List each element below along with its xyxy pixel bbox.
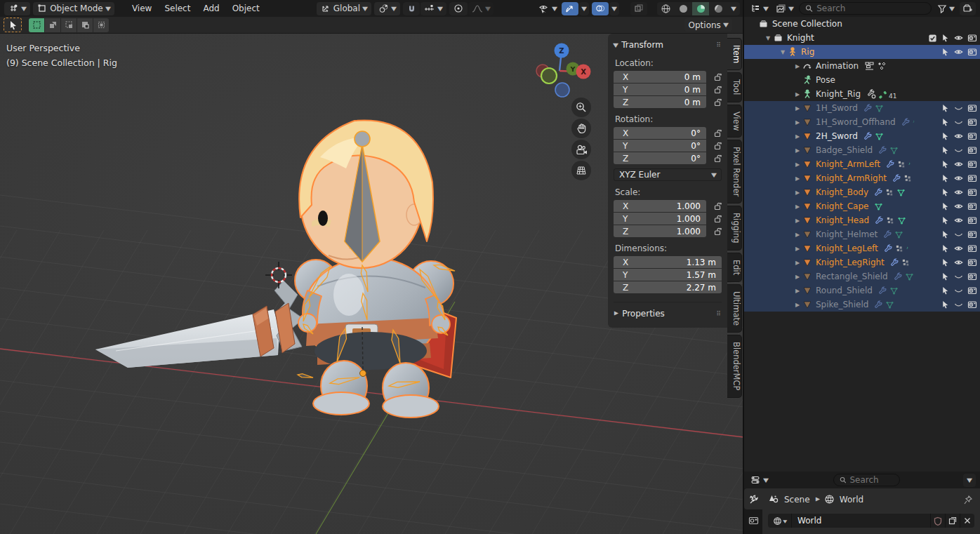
lock-toggle[interactable] bbox=[706, 129, 722, 138]
selectable-toggle[interactable] bbox=[941, 131, 950, 141]
expand-chevron-icon[interactable]: ▶ bbox=[793, 133, 802, 140]
hide-render-toggle[interactable] bbox=[967, 173, 977, 183]
world-browse-button[interactable]: ▼ bbox=[768, 514, 792, 528]
outliner-row-rig[interactable]: ▼Rig bbox=[744, 45, 980, 59]
snap-settings-dropdown[interactable]: ▼ bbox=[421, 2, 446, 15]
gizmos-dropdown[interactable]: ▼ bbox=[579, 2, 589, 15]
outliner-row-knight-rig[interactable]: ▶Knight_Rig41 bbox=[744, 87, 980, 101]
shading-rendered-button[interactable] bbox=[710, 2, 727, 15]
expand-chevron-icon[interactable]: ▶ bbox=[793, 189, 802, 196]
selectable-toggle[interactable] bbox=[941, 243, 950, 253]
selectable-toggle[interactable] bbox=[941, 117, 950, 127]
rotation-x-field[interactable]: X0° bbox=[614, 127, 706, 139]
outliner-display-mode-button[interactable]: ▼ bbox=[774, 2, 795, 15]
hide-render-toggle[interactable] bbox=[967, 117, 977, 127]
scale-z-field[interactable]: Z1.000 bbox=[614, 225, 706, 237]
selectable-toggle[interactable] bbox=[941, 229, 950, 239]
object-name[interactable]: Knight_Rig bbox=[816, 89, 861, 99]
properties-panel-collapsed[interactable]: ▼ Properties ⠿ bbox=[614, 302, 722, 319]
object-name[interactable]: Rig bbox=[801, 47, 814, 57]
shading-solid-button[interactable] bbox=[675, 2, 691, 15]
breadcrumb-scene[interactable]: Scene bbox=[784, 495, 810, 505]
hide-render-toggle[interactable] bbox=[967, 229, 977, 239]
sidebar-tab-ultimate[interactable]: Ultimate bbox=[727, 284, 742, 333]
editor-divider[interactable] bbox=[743, 0, 744, 534]
viewport-3d[interactable]: ▼ Object Mode ▼ View Select Add Object G… bbox=[0, 0, 744, 534]
object-name[interactable]: Knight_Body bbox=[816, 187, 868, 197]
expand-chevron-icon[interactable]: ▶ bbox=[793, 246, 802, 252]
location-y-field[interactable]: Y0 m bbox=[614, 84, 706, 95]
hide-viewport-toggle[interactable] bbox=[953, 117, 964, 127]
outliner-row-2h-sword[interactable]: ▶2H_Sword bbox=[744, 129, 980, 143]
expand-chevron-icon[interactable]: ▶ bbox=[793, 232, 802, 238]
object-name[interactable]: Pose bbox=[816, 75, 835, 85]
object-name[interactable]: Scene Collection bbox=[772, 19, 842, 29]
selectable-toggle[interactable] bbox=[941, 173, 950, 183]
object-name[interactable]: Knight_ArmLeft bbox=[816, 159, 880, 169]
show-gizmos-toggle[interactable] bbox=[562, 2, 578, 15]
outliner-filter-button[interactable]: ▼ bbox=[935, 2, 956, 15]
expand-chevron-icon[interactable]: ▶ bbox=[793, 203, 802, 210]
hide-viewport-toggle[interactable] bbox=[953, 258, 964, 267]
outliner-row-spike-shield[interactable]: ▶Spike_Shield bbox=[744, 298, 980, 312]
proportional-editing-toggle[interactable] bbox=[449, 2, 468, 15]
location-z-field[interactable]: Z0 m bbox=[614, 96, 706, 108]
expand-chevron-icon[interactable]: ▶ bbox=[793, 302, 802, 308]
properties-editor-type-button[interactable]: ▼ bbox=[748, 474, 770, 487]
lock-toggle[interactable] bbox=[706, 154, 722, 163]
outliner-row-1h-sword[interactable]: ▶1H_Sword bbox=[744, 101, 980, 115]
object-visibility-dropdown[interactable]: ▼ bbox=[536, 2, 559, 15]
lock-toggle[interactable] bbox=[706, 86, 722, 94]
expand-chevron-icon[interactable]: ▶ bbox=[793, 274, 802, 280]
menu-add[interactable]: Add bbox=[198, 2, 224, 15]
location-x-field[interactable]: X0 m bbox=[614, 71, 706, 83]
outliner-row-knight-body[interactable]: ▶Knight_Body bbox=[744, 185, 980, 199]
hide-viewport-toggle[interactable] bbox=[953, 131, 964, 141]
selectable-toggle[interactable] bbox=[941, 187, 950, 197]
outliner-row-knight-legleft[interactable]: ▶Knight_LegLeft bbox=[744, 241, 980, 255]
outliner-search[interactable] bbox=[799, 2, 932, 15]
object-name[interactable]: Knight_LegRight bbox=[816, 258, 885, 267]
outliner-row-knight[interactable]: ▼Knight bbox=[744, 31, 980, 45]
menu-select[interactable]: Select bbox=[159, 2, 195, 15]
hide-viewport-toggle[interactable] bbox=[953, 173, 964, 183]
outliner-search-input[interactable] bbox=[816, 4, 925, 13]
expand-chevron-icon[interactable]: ▼ bbox=[778, 49, 788, 55]
selectable-toggle[interactable] bbox=[941, 258, 950, 267]
overlays-dropdown[interactable]: ▼ bbox=[609, 2, 619, 15]
hide-viewport-toggle[interactable] bbox=[953, 201, 964, 211]
hide-viewport-toggle[interactable] bbox=[953, 47, 964, 57]
panel-drag-dots[interactable]: ⠿ bbox=[716, 310, 722, 317]
hide-render-toggle[interactable] bbox=[967, 103, 977, 113]
outliner-editor-type-button[interactable]: ▼ bbox=[748, 2, 770, 15]
object-name[interactable]: Knight_Head bbox=[816, 215, 869, 225]
select-subtract-button[interactable] bbox=[61, 18, 77, 32]
expand-chevron-icon[interactable]: ▶ bbox=[793, 161, 802, 168]
shading-wireframe-button[interactable] bbox=[657, 2, 674, 15]
outliner-row-knight-head[interactable]: ▶Knight_Head bbox=[744, 213, 980, 227]
outliner-row-knight-armleft[interactable]: ▶Knight_ArmLeft bbox=[744, 157, 980, 171]
object-name[interactable]: Knight_LegLeft bbox=[816, 243, 878, 253]
expand-chevron-icon[interactable]: ▶ bbox=[793, 147, 802, 154]
lock-toggle[interactable] bbox=[706, 215, 722, 223]
hide-viewport-toggle[interactable] bbox=[953, 243, 964, 253]
hide-viewport-toggle[interactable] bbox=[953, 33, 964, 43]
select-extend-button[interactable] bbox=[45, 18, 60, 32]
selectable-toggle[interactable] bbox=[941, 159, 950, 169]
xray-toggle[interactable] bbox=[630, 2, 647, 15]
hide-render-toggle[interactable] bbox=[967, 215, 977, 225]
outliner-row-knight-helmet[interactable]: ▶Knight_Helmet bbox=[744, 227, 980, 241]
outliner-row-knight-legright[interactable]: ▶Knight_LegRight bbox=[744, 255, 980, 269]
object-name[interactable]: Knight_ArmRight bbox=[816, 173, 887, 183]
hide-render-toggle[interactable] bbox=[967, 145, 977, 155]
new-collection-button[interactable] bbox=[960, 2, 976, 15]
hide-render-toggle[interactable] bbox=[967, 272, 977, 281]
hide-render-toggle[interactable] bbox=[967, 159, 977, 169]
shading-material-button[interactable] bbox=[692, 2, 709, 15]
hide-viewport-toggle[interactable] bbox=[953, 187, 964, 197]
scale-x-field[interactable]: X1.000 bbox=[614, 200, 706, 212]
sidebar-tab-pixel-render[interactable]: Pixel Render bbox=[727, 140, 742, 203]
tab-tool[interactable] bbox=[744, 488, 762, 509]
select-set-button[interactable] bbox=[29, 18, 44, 32]
expand-chevron-icon[interactable]: ▶ bbox=[793, 260, 802, 266]
